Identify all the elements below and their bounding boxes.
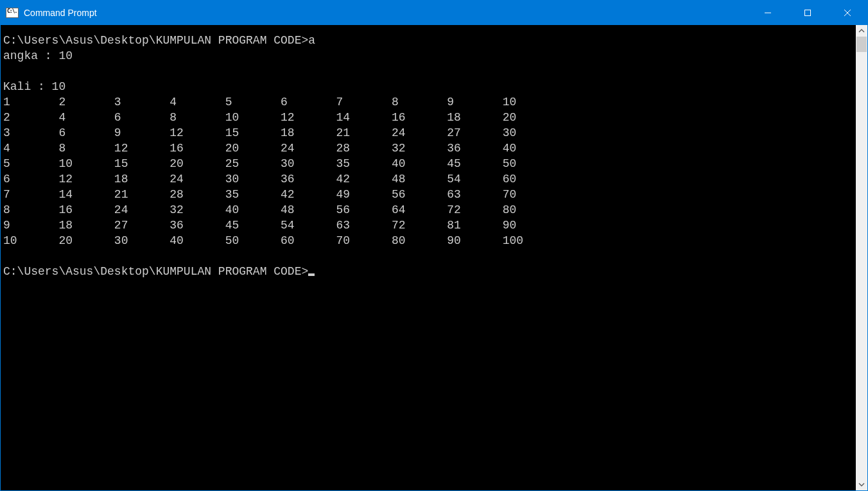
chevron-up-icon	[858, 28, 865, 34]
prompt-line: C:\Users\Asus\Desktop\KUMPULAN PROGRAM C…	[3, 265, 308, 278]
vertical-scrollbar[interactable]	[856, 25, 867, 490]
maximize-icon	[804, 9, 812, 17]
window-title: Command Prompt	[24, 8, 97, 18]
svg-rect-1	[805, 10, 811, 16]
app-icon: C:\.	[6, 8, 19, 18]
minimize-icon	[764, 9, 772, 17]
minimize-button[interactable]	[748, 1, 788, 25]
scroll-up-button[interactable]	[856, 25, 867, 37]
terminal-output[interactable]: C:\Users\Asus\Desktop\KUMPULAN PROGRAM C…	[1, 25, 856, 490]
scrollbar-track[interactable]	[856, 37, 867, 479]
close-button[interactable]	[828, 1, 867, 25]
titlebar[interactable]: C:\. Command Prompt	[1, 1, 867, 25]
window-controls	[748, 1, 867, 25]
client-area: C:\Users\Asus\Desktop\KUMPULAN PROGRAM C…	[1, 25, 867, 490]
close-icon	[844, 9, 851, 17]
scrollbar-thumb[interactable]	[856, 37, 867, 52]
command-prompt-window: C:\. Command Prompt C:\Users\Asus\Deskto…	[1, 1, 867, 490]
maximize-button[interactable]	[788, 1, 828, 25]
terminal-text: C:\Users\Asus\Desktop\KUMPULAN PROGRAM C…	[3, 34, 558, 247]
app-icon-text: C:\.	[6, 8, 17, 13]
chevron-down-icon	[858, 481, 865, 488]
scroll-down-button[interactable]	[856, 479, 867, 490]
text-cursor	[308, 273, 315, 276]
